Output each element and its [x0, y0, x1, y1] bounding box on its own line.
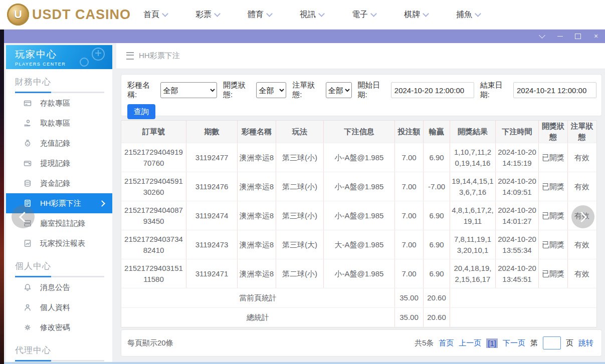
table-cell: 澳洲幸运8 — [238, 201, 276, 230]
table-cell: 小-A盤@1.985 — [324, 259, 395, 288]
nav-item-體育[interactable]: 體育 — [234, 10, 286, 20]
sidebar-item-label: 消息公告 — [40, 283, 70, 292]
chevron-down-icon — [475, 11, 481, 17]
summary-bet-total: 35.00 — [395, 288, 424, 307]
filter-panel: 彩種名稱: 全部 開獎狀態: 全部 注單狀態: 全部 開始日期: 結束日期: 查… — [121, 74, 602, 116]
table-row: 215217294040879345031192474澳洲幸运8第三球(小)小-… — [121, 201, 596, 230]
start-date-label: 開始日期: — [358, 81, 388, 100]
table-cell: 7.00 — [395, 230, 424, 259]
table-cell: 2024-10-20 13:55:34 — [496, 230, 539, 259]
table-row: 215217294037348241031192473澳洲幸运8第三球(大)大-… — [121, 230, 596, 259]
jump-page-input[interactable] — [543, 336, 561, 349]
nav-item-彩票[interactable]: 彩票 — [181, 10, 234, 20]
sidebar-item-消息公告[interactable]: 消息公告 — [6, 277, 112, 297]
table-cell: 第三球(小) — [276, 201, 324, 230]
sidebar-item-玩家投注報表[interactable]: 玩家投注報表 — [6, 233, 112, 253]
total-count-text: 共5条 — [415, 338, 434, 348]
window-close-icon[interactable]: × — [592, 32, 600, 40]
draw-status-select[interactable]: 全部 — [256, 82, 286, 98]
window-chevron-down-icon[interactable] — [538, 32, 546, 40]
sidebar-item-提現記錄[interactable]: 提現記錄 — [6, 153, 112, 173]
panel-next-arrow-icon[interactable] — [571, 205, 594, 228]
nav-item-視訊[interactable]: 視訊 — [286, 10, 338, 20]
lottery-name-select[interactable]: 全部 — [160, 82, 217, 98]
breadcrumb: HH彩票下注 — [116, 43, 605, 69]
column-header: 訂單號 — [121, 121, 186, 143]
sidebar-item-label: 資金記錄 — [40, 179, 70, 188]
column-header: 彩種名稱 — [238, 121, 276, 143]
column-header: 期數 — [186, 121, 238, 143]
table-cell: 31192474 — [186, 201, 238, 230]
query-button[interactable]: 查詢 — [127, 104, 155, 119]
summary-label: 總統計 — [121, 308, 395, 327]
table-cell: 2152172940315111580 — [121, 259, 186, 288]
gear-icon — [23, 323, 32, 332]
brand-logo[interactable]: U USDT CASINO — [7, 4, 131, 26]
summary-row: 總統計35.0020.60 — [121, 308, 596, 327]
chevron-down-icon — [318, 11, 325, 17]
nav-item-label: 體育 — [248, 10, 264, 20]
summary-empty-cell — [450, 288, 595, 307]
prev-page-link[interactable]: 上一页 — [459, 338, 481, 348]
person-icon — [23, 303, 32, 312]
table-cell: 7.00 — [395, 259, 424, 288]
table-cell: 有效 — [568, 143, 596, 172]
jump-button[interactable]: 跳转 — [578, 338, 593, 348]
sidebar-item-資金記錄[interactable]: 資金記錄 — [6, 173, 112, 193]
chevron-right-icon — [99, 200, 105, 207]
site-top-nav: U USDT CASINO 首頁彩票體育視訊電子棋牌捕魚 — [0, 0, 605, 30]
table-cell: 小-A盤@1.985 — [324, 172, 395, 201]
table-cell: 31192473 — [186, 230, 238, 259]
window-maximize-icon[interactable] — [574, 32, 582, 40]
table-cell: 澳洲幸运8 — [238, 143, 276, 172]
sidebar-collapse-arrow-icon[interactable] — [12, 205, 35, 228]
section-title: 代理中心 — [15, 344, 112, 356]
table-cell: 7,8,11,19,13,20,10,1 — [450, 230, 496, 259]
table-cell: 7.00 — [395, 201, 424, 230]
first-page-link[interactable]: 首页 — [439, 338, 454, 348]
order-status-select[interactable]: 全部 — [326, 82, 352, 98]
chevron-down-icon — [162, 11, 168, 17]
table-cell: 已開獎 — [539, 259, 568, 288]
next-page-link[interactable]: 下一页 — [503, 338, 525, 348]
column-header: 開獎結果 — [450, 121, 496, 143]
moneybag-icon — [23, 139, 32, 148]
table-cell: 2024-10-20 14:15:19 — [496, 143, 539, 172]
table-cell: 第二球(小) — [276, 259, 324, 288]
window-minimize-icon[interactable] — [556, 32, 564, 40]
brand-name: USDT CASINO — [32, 7, 131, 23]
main-menu: 首頁彩票體育視訊電子棋牌捕魚 — [129, 0, 494, 29]
chevron-down-icon — [214, 11, 221, 17]
pagination-bar: 每頁顯示20條 共5条 首页 上一页 [1] 下一页 第 页 跳转 — [121, 329, 602, 356]
section-title: 個人中心 — [15, 260, 112, 272]
table-cell: 小-A盤@1.985 — [324, 201, 395, 230]
table-cell: 澳洲幸运8 — [238, 259, 276, 288]
start-date-input[interactable] — [391, 82, 474, 98]
end-date-input[interactable] — [513, 82, 596, 98]
sidebar-item-取款專區[interactable]: 取款專區 — [6, 113, 112, 133]
column-header: 下注信息 — [324, 121, 395, 143]
nav-item-棋牌[interactable]: 棋牌 — [390, 10, 442, 20]
end-date-label: 結束日期: — [480, 81, 510, 100]
draw-status-label: 開獎狀態: — [223, 81, 253, 100]
table-cell: 6.90 — [424, 201, 450, 230]
sidebar-item-充值記錄[interactable]: 充值記錄 — [6, 133, 112, 153]
sidebar-item-label: 個人資料 — [40, 303, 70, 312]
nav-item-電子[interactable]: 電子 — [338, 10, 390, 20]
hamburger-icon[interactable] — [126, 52, 134, 60]
table-row: 215217294049197076031192477澳洲幸运8第三球(小)小-… — [121, 143, 596, 172]
table-cell: 第三球(大) — [276, 230, 324, 259]
sidebar-item-存款專區[interactable]: 存款專區 — [6, 93, 112, 113]
table-cell: 2152172940459130260 — [121, 172, 186, 201]
sidebar-item-修改密碼[interactable]: 修改密碼 — [6, 317, 112, 337]
table-cell: 7.00 — [395, 172, 424, 201]
window-body: 玩家中心 PLAYERS CENTER 財務中心存款專區取款專區充值記錄提現記錄… — [4, 43, 605, 362]
sidebar-item-個人資料[interactable]: 個人資料 — [6, 297, 112, 317]
table-cell: 已開獎 — [539, 201, 568, 230]
column-header: 下注時間 — [496, 121, 539, 143]
nav-item-捕魚[interactable]: 捕魚 — [442, 10, 494, 20]
column-header: 投注額 — [395, 121, 424, 143]
nav-item-首頁[interactable]: 首頁 — [129, 10, 181, 20]
table-cell: 6.90 — [424, 143, 450, 172]
sidebar-section-個人中心: 個人中心 — [6, 253, 112, 277]
